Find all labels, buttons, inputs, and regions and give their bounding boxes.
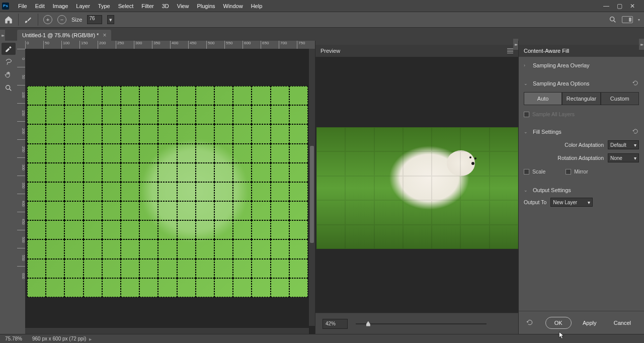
preview-title: Preview — [320, 48, 340, 54]
tab-close-icon[interactable]: × — [103, 32, 106, 39]
menu-window[interactable]: Window — [219, 1, 247, 11]
seg-rectangular[interactable]: Rectangular — [562, 92, 600, 105]
menu-select[interactable]: Select — [114, 1, 138, 11]
menu-bar: Ps File Edit Image Layer Type Select Fil… — [0, 0, 644, 12]
menu-plugins[interactable]: Plugins — [193, 1, 219, 11]
reset-icon[interactable] — [632, 128, 639, 136]
minimize-button[interactable]: — — [603, 3, 610, 10]
panel-menu-icon[interactable] — [507, 48, 513, 53]
status-bar: 75.78% 960 px x 600 px (72 ppi) ▶ — [0, 334, 644, 343]
add-overlay-button[interactable]: + — [43, 15, 52, 24]
svg-point-1 — [6, 85, 10, 90]
canvas[interactable] — [27, 86, 308, 297]
app-logo: Ps — [2, 3, 9, 10]
scrollbar-vertical[interactable] — [309, 49, 315, 326]
canvas-area: 0501001502002503003504004505005506006507… — [17, 41, 315, 334]
subtract-overlay-button[interactable]: − — [57, 15, 66, 24]
document-tabs: ▸▸ Untitled-1 @ 75.8% (RGB/8#) * × — [0, 28, 644, 41]
status-zoom: 75.78% — [5, 336, 22, 341]
reset-all-icon[interactable] — [526, 318, 534, 327]
close-button[interactable]: ✕ — [629, 3, 636, 10]
menu-type[interactable]: Type — [94, 1, 114, 11]
chevron-right-icon: › — [524, 63, 529, 68]
menu-image[interactable]: Image — [49, 1, 72, 11]
status-menu-icon[interactable]: ▶ — [88, 337, 92, 341]
zoom-tool[interactable] — [2, 82, 16, 94]
divider — [38, 14, 38, 26]
seg-auto[interactable]: Auto — [524, 92, 562, 105]
output-to-select[interactable]: New Layer▾ — [550, 198, 593, 207]
sample-all-layers-checkbox: Sample All Layers — [524, 109, 639, 119]
menu-layer[interactable]: Layer — [72, 1, 94, 11]
maximize-button[interactable]: ▢ — [616, 3, 623, 10]
menu-file[interactable]: File — [14, 1, 31, 11]
chevron-down-icon: ⌄ — [524, 188, 529, 193]
collapse-right-icon[interactable]: ▸▸ — [639, 39, 644, 50]
cancel-button[interactable]: Cancel — [608, 317, 637, 329]
apply-button[interactable]: Apply — [577, 317, 603, 329]
color-adaptation-label: Color Adaptation — [565, 142, 604, 148]
preview-canvas[interactable] — [315, 57, 518, 313]
search-icon[interactable] — [609, 16, 617, 24]
reset-icon[interactable] — [632, 79, 639, 88]
caf-title: Content-Aware Fill — [524, 48, 569, 54]
size-input[interactable]: 76 — [87, 15, 102, 24]
menu-view[interactable]: View — [173, 1, 193, 11]
chevron-down-icon: ⌄ — [524, 129, 529, 134]
ruler-horizontal: 0501001502002503003504004505005506006507… — [17, 41, 315, 49]
document-tab[interactable]: Untitled-1 @ 75.8% (RGB/8#) * × — [17, 30, 111, 41]
menu-help[interactable]: Help — [247, 1, 267, 11]
scale-checkbox[interactable]: Scale — [524, 166, 545, 177]
section-sampling-overlay[interactable]: › Sampling Area Overlay — [524, 60, 639, 71]
hand-tool[interactable] — [2, 69, 16, 81]
section-output-settings[interactable]: ⌄ Output Settings — [524, 185, 639, 196]
preview-zoom-slider[interactable] — [356, 323, 487, 324]
lasso-tool[interactable] — [2, 56, 16, 68]
size-label: Size — [71, 17, 82, 23]
section-fill-settings[interactable]: ⌄ Fill Settings — [524, 125, 639, 138]
home-icon[interactable] — [4, 15, 13, 24]
menu-filter[interactable]: Filter — [137, 1, 157, 11]
chevron-down-icon: ⌄ — [524, 81, 529, 86]
chevron-down-icon[interactable]: ▾ — [638, 18, 640, 22]
ok-button[interactable]: OK — [545, 317, 572, 329]
section-sampling-options[interactable]: ⌄ Sampling Area Options — [524, 77, 639, 90]
options-bar: + − Size 76 ▾ ▾ — [0, 12, 644, 28]
divider — [18, 14, 19, 26]
color-adaptation-select[interactable]: Default▾ — [608, 140, 639, 149]
scrollbar-horizontal[interactable] — [25, 328, 309, 334]
sampling-brush-tool[interactable] — [2, 43, 16, 55]
preview-panel: ▸▸ Preview 42% — [315, 41, 518, 334]
mirror-checkbox[interactable]: Mirror — [566, 166, 588, 177]
brush-tool-icon[interactable] — [24, 15, 33, 24]
menu-3d[interactable]: 3D — [158, 1, 173, 11]
collapse-right-icon[interactable]: ▸▸ — [513, 39, 518, 50]
selection-grid — [27, 86, 308, 297]
rotation-adaptation-select[interactable]: None▾ — [608, 153, 639, 162]
collapse-left-icon[interactable]: ▸▸ — [0, 30, 5, 41]
seg-custom[interactable]: Custom — [601, 92, 639, 105]
svg-point-0 — [610, 17, 614, 21]
size-dropdown[interactable]: ▾ — [107, 15, 114, 24]
content-aware-fill-panel: ▸▸ Content-Aware Fill › Sampling Area Ov… — [518, 41, 644, 334]
preview-zoom-input[interactable]: 42% — [323, 319, 348, 329]
output-to-label: Output To — [524, 199, 546, 205]
workspace-switcher-icon[interactable] — [622, 16, 633, 23]
rotation-adaptation-label: Rotation Adaptation — [557, 155, 604, 161]
menu-edit[interactable]: Edit — [31, 1, 49, 11]
toolbar — [0, 41, 17, 334]
ruler-vertical: 050100150200250300350400450500550600 — [17, 49, 25, 334]
tab-title: Untitled-1 @ 75.8% (RGB/8#) * — [22, 32, 99, 38]
status-doc-info: 960 px x 600 px (72 ppi) — [32, 336, 86, 341]
